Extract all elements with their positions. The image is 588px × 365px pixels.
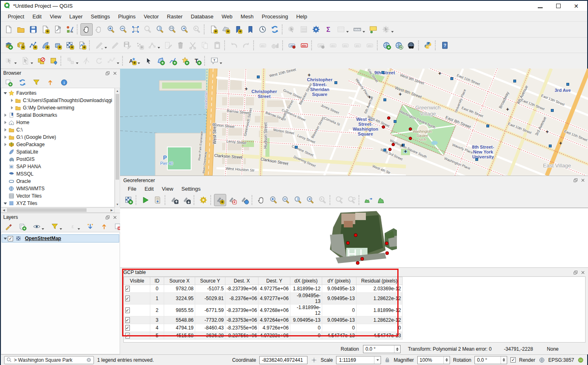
menu-edit[interactable]: Edit xyxy=(29,12,45,21)
toggle-editing-button[interactable] xyxy=(109,39,121,51)
gcp-image-point[interactable] xyxy=(346,241,350,245)
show-label-button[interactable]: abc xyxy=(327,39,339,51)
metasearch-button[interactable] xyxy=(405,39,417,51)
add-group-button[interactable] xyxy=(16,220,29,233)
gcp-cell[interactable]: 0 xyxy=(356,324,402,332)
zoom-last-button[interactable] xyxy=(178,23,191,36)
delete-point-button[interactable]: ✕ xyxy=(226,194,238,206)
refresh-browser-button[interactable] xyxy=(16,76,29,89)
menu-raster[interactable]: Raster xyxy=(163,12,186,21)
paste-features-button[interactable] xyxy=(211,39,223,51)
gcp-close-button[interactable] xyxy=(580,269,586,275)
zoom-full-button[interactable] xyxy=(129,23,142,36)
georef-menu-settings[interactable]: Settings xyxy=(178,185,204,193)
browser-item-wms-wmts[interactable]: WMS/WMTS xyxy=(1,185,114,192)
browser-item-home[interactable]: Home xyxy=(1,119,114,126)
open-layer-styling-button[interactable] xyxy=(2,220,15,233)
gcp-cell[interactable]: -8.23739e+06 xyxy=(225,305,258,316)
georeferencer-close-button[interactable] xyxy=(580,178,586,183)
gcp-cell[interactable]: 4.9726e+06 xyxy=(258,324,290,332)
change-label-button[interactable]: abc xyxy=(364,39,376,51)
gcp-map-point[interactable] xyxy=(387,116,390,120)
new-3d-map-view-button[interactable]: ✱ xyxy=(220,23,232,36)
map-tips-button[interactable] xyxy=(367,23,379,36)
add-record-button[interactable]: ✱ xyxy=(134,39,146,51)
gcp-image-point[interactable] xyxy=(356,261,359,265)
layout-manager-button[interactable] xyxy=(51,23,64,36)
browser-item-g-my-drive-ee-wrmimg[interactable]: G:\My Drive\ee-wrmimg xyxy=(1,104,114,111)
browser-item-oracle[interactable]: Oracle xyxy=(1,178,114,185)
gcp-cell[interactable]: -5107.5 xyxy=(195,285,225,293)
gcp-float-button[interactable] xyxy=(572,269,578,275)
new-spatial-bookmark-button[interactable]: ✱ xyxy=(232,23,244,36)
select-features-button[interactable] xyxy=(2,55,19,67)
gcp-column-header[interactable]: dX (pixels) xyxy=(290,277,322,285)
gcp-cell[interactable]: 4794.19 xyxy=(164,324,195,332)
gcp-column-header[interactable]: Residual (pixels) xyxy=(356,277,402,285)
rotation-spinner[interactable]: 0.0 ° xyxy=(474,356,507,364)
gcp-cell[interactable]: 9.09495e-13 xyxy=(322,316,356,324)
delete-selected-button[interactable] xyxy=(174,39,187,51)
gcp-cell[interactable]: 9782.08 xyxy=(164,285,195,293)
gcp-cell[interactable]: -8.23739e+06 xyxy=(225,285,258,293)
browser-vertical-scrollbar[interactable]: ▲▼ xyxy=(115,88,120,207)
gcp-column-header[interactable]: Source Y xyxy=(195,277,225,285)
menu-vector[interactable]: Vector xyxy=(140,12,163,21)
add-vector-layer-button[interactable]: ✱ xyxy=(15,39,27,51)
gcp-map-point[interactable] xyxy=(382,125,385,129)
show-hide-labels-button[interactable]: ab xyxy=(315,39,327,51)
georef-rotation-spinner[interactable]: 0.0 ° xyxy=(363,345,401,353)
move-gcp-point-button[interactable] xyxy=(238,194,251,206)
maximize-button[interactable] xyxy=(555,3,561,9)
add-virtual-layer-button[interactable]: ✱ xyxy=(76,39,88,51)
zoom-last-georef-button[interactable] xyxy=(304,194,316,206)
rotate-feature-button[interactable] xyxy=(93,55,105,67)
menu-project[interactable]: Project xyxy=(4,12,28,21)
browser-item-postgis[interactable]: PostGIS xyxy=(1,156,114,163)
zoom-in-button[interactable] xyxy=(105,23,117,36)
metasearch-add-wms-button[interactable] xyxy=(381,39,393,51)
temporal-controller-button[interactable] xyxy=(256,23,269,36)
layers-float-button[interactable] xyxy=(105,214,110,220)
gcp-column-header[interactable]: ID xyxy=(150,277,164,285)
lock-scale-icon[interactable] xyxy=(384,357,390,363)
gcp-cell[interactable]: 4515.58 xyxy=(164,332,195,340)
show-spatial-bookmarks-button[interactable] xyxy=(244,23,256,36)
gcp-cell[interactable]: 0 xyxy=(150,285,164,293)
zoom-out-button[interactable] xyxy=(117,23,129,36)
help-contents-button[interactable]: ? xyxy=(439,39,451,51)
browser-item-spatial-bookmarks[interactable]: Spatial Bookmarks xyxy=(1,111,114,119)
rotate-label-button[interactable]: abc xyxy=(352,39,364,51)
open-data-source-manager-button[interactable] xyxy=(2,39,15,51)
browser-item-c-users-spatialthoughts-downloads-qgi[interactable]: C:\Users\SpatialThoughts\Downloads\qgi xyxy=(1,97,114,104)
gcp-cell[interactable]: 2.03369e-12 xyxy=(356,285,402,293)
gcp-cell[interactable]: 4.97283e+06 xyxy=(258,332,290,340)
collapse-all-layers-button[interactable] xyxy=(98,220,110,233)
gcp-cell[interactable]: 3 xyxy=(150,316,164,324)
extents-toggle-icon[interactable] xyxy=(311,357,317,363)
filter-by-expression-button[interactable]: ε xyxy=(66,220,82,233)
add-wms-layer-button[interactable]: ✱ xyxy=(64,39,76,51)
menu-processing[interactable]: Processing xyxy=(258,12,292,21)
gcp-map-point[interactable] xyxy=(409,137,412,140)
gcp-cell[interactable]: -8.2376e+06 xyxy=(225,293,258,305)
layer-labeling-options-button[interactable]: abc xyxy=(257,39,269,51)
gcp-image-point[interactable] xyxy=(385,242,388,245)
create-line-annotation-button[interactable] xyxy=(167,55,179,67)
gcp-cell[interactable]: 9.09495e-13 xyxy=(322,285,356,293)
form-annotation-button[interactable]: T xyxy=(208,55,224,67)
menu-settings[interactable]: Settings xyxy=(87,12,114,21)
map-canvas[interactable]: ChristopherStreetChristopherStreet-Sheri… xyxy=(120,69,588,176)
pan-georeferencer-button[interactable] xyxy=(255,194,267,206)
gcp-cell[interactable]: -8460.43 xyxy=(195,324,225,332)
browser-item-mssql[interactable]: MSSQL xyxy=(1,170,114,178)
zoom-in-georef-button[interactable] xyxy=(267,194,280,206)
create-marker-annotation-button[interactable] xyxy=(179,55,191,67)
gcp-cell[interactable]: 4 xyxy=(150,324,164,332)
statistical-summary-button[interactable] xyxy=(298,23,310,36)
refresh-map-button[interactable] xyxy=(269,23,281,36)
gcp-cell[interactable]: -8.23756e+06 xyxy=(225,332,258,340)
zoom-to-layer-georef-button[interactable] xyxy=(292,194,304,206)
georeferencer-float-button[interactable] xyxy=(572,178,578,183)
gcp-cell[interactable]: 1.28622e-12 xyxy=(356,316,402,324)
